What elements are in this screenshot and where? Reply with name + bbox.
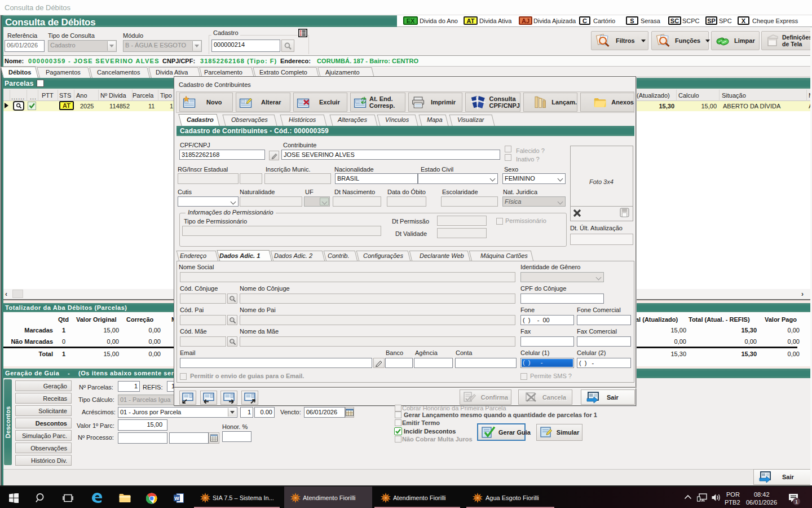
svg-text:W: W — [174, 496, 179, 501]
